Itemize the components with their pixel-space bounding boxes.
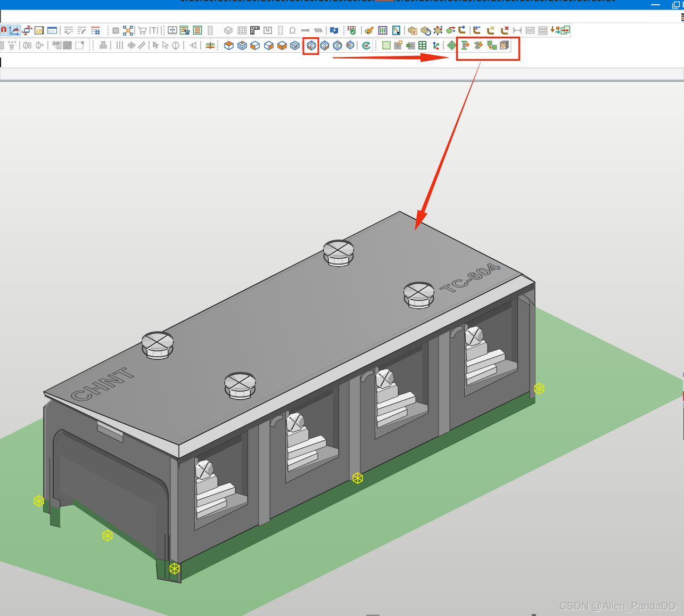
svg-text:128: 128 <box>36 28 44 34</box>
svg-text:Ω: Ω <box>289 26 296 36</box>
svg-text:8: 8 <box>413 31 415 35</box>
svg-text:CSDN @Allen_PandaDD: CSDN @Allen_PandaDD <box>559 600 676 612</box>
